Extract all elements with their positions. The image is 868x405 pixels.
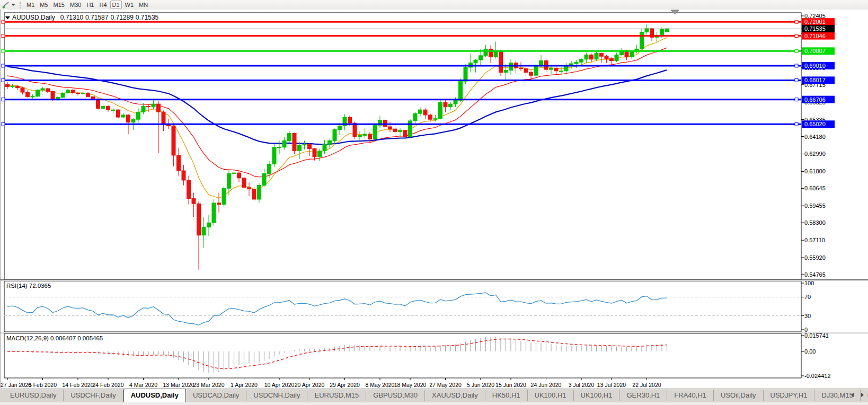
macd-tick-label: 0.015741 bbox=[804, 332, 829, 339]
price-badge-0.68017: 0.68017 bbox=[802, 76, 835, 84]
price-tick-label: 0.55920 bbox=[804, 254, 826, 261]
candle bbox=[499, 51, 503, 73]
timeframe-button-h1[interactable]: H1 bbox=[84, 1, 96, 9]
chevron-down-icon[interactable] bbox=[11, 4, 15, 6]
hline-right-handle[interactable] bbox=[795, 78, 798, 82]
chart-tab-uk100-h1[interactable]: UK100,H1 bbox=[574, 390, 620, 401]
chart-tab-usdcad-daily[interactable]: USDCAD,Daily bbox=[186, 390, 246, 401]
rsi-tick-label: 100 bbox=[804, 280, 814, 286]
chart-menu-arrow-icon[interactable] bbox=[5, 16, 10, 20]
candle bbox=[338, 126, 342, 130]
chart-tab-hk50-h1[interactable]: HK50,H1 bbox=[485, 390, 528, 401]
chart-tab-eurusd-daily[interactable]: EURUSD,Daily bbox=[3, 390, 64, 401]
timeframe-button-h4[interactable]: H4 bbox=[97, 1, 109, 9]
candle bbox=[66, 90, 70, 93]
candle bbox=[519, 68, 523, 68]
hline-left-handle[interactable] bbox=[2, 64, 5, 67]
time-tick-label: 8 May 2020 bbox=[366, 382, 395, 388]
hline-left-handle[interactable] bbox=[2, 78, 5, 82]
timeframe-button-m1[interactable]: M1 bbox=[24, 1, 37, 9]
candle bbox=[570, 64, 573, 65]
candle bbox=[504, 70, 508, 72]
toolbar-grip[interactable] bbox=[20, 2, 21, 8]
chart-tab-uk100-h1[interactable]: UK100,H1 bbox=[528, 390, 574, 401]
candle bbox=[147, 106, 150, 107]
hline-right-handle[interactable] bbox=[795, 20, 798, 23]
time-tick-label: 24 Jun 2020 bbox=[531, 382, 562, 388]
candle bbox=[464, 67, 467, 81]
chart-tab-eurusd-m15[interactable]: EURUSD,M15 bbox=[307, 390, 366, 401]
time-tick-label: 18 May 2020 bbox=[394, 382, 427, 388]
time-tick-label: 20 Apr 2020 bbox=[295, 382, 325, 388]
candle bbox=[398, 130, 402, 132]
candle bbox=[409, 121, 412, 137]
timeframe-button-m15[interactable]: M15 bbox=[51, 1, 67, 9]
timeframe-button-mn[interactable]: MN bbox=[137, 1, 150, 9]
time-tick-label: 14 Feb 2020 bbox=[63, 382, 94, 388]
hline-right-handle[interactable] bbox=[795, 98, 798, 101]
hline-right-handle[interactable] bbox=[795, 122, 798, 126]
price-badge-text: 0.65020 bbox=[804, 121, 826, 127]
candle bbox=[600, 54, 604, 57]
candle bbox=[373, 125, 377, 139]
time-tick-label: 5 Feb 2020 bbox=[29, 382, 57, 388]
candle bbox=[303, 144, 306, 145]
time-tick-label: 27 May 2020 bbox=[429, 382, 462, 388]
candle bbox=[610, 58, 614, 60]
main-pane bbox=[4, 13, 801, 279]
hline-right-handle[interactable] bbox=[795, 49, 798, 52]
chart-tab-xauusd-daily[interactable]: XAUUSD,Daily bbox=[425, 390, 485, 401]
chart-tab-audusd-daily[interactable]: AUDUSD,Daily bbox=[123, 389, 186, 402]
candle bbox=[46, 89, 50, 92]
chart-tab-usdjpy-h1[interactable]: USDJPY,H1 bbox=[764, 390, 815, 401]
candle bbox=[328, 140, 332, 144]
hline-left-handle[interactable] bbox=[2, 49, 5, 52]
hline-left-handle[interactable] bbox=[2, 20, 5, 23]
price-tick-label: 0.61800 bbox=[804, 168, 826, 174]
candle bbox=[227, 174, 231, 189]
candle bbox=[237, 173, 241, 178]
candle bbox=[6, 84, 10, 87]
candle bbox=[212, 203, 216, 223]
chart-tab-usdchf-daily[interactable]: USDCHF,Daily bbox=[64, 390, 123, 401]
tab-scroll-left-icon[interactable] bbox=[851, 393, 854, 397]
tab-scroll-right-icon[interactable] bbox=[861, 393, 864, 397]
candle bbox=[550, 68, 553, 69]
chart-tab-fra40-h1[interactable]: FRA40,H1 bbox=[667, 390, 714, 401]
timeframe-button-w1[interactable]: W1 bbox=[123, 1, 136, 9]
ohlc-open: 0.71310 bbox=[60, 14, 83, 21]
time-tick-label: 3 Jul 2020 bbox=[569, 382, 595, 388]
hline-right-handle[interactable] bbox=[795, 64, 798, 67]
candle bbox=[574, 62, 578, 64]
chart-tab-usdcnh-daily[interactable]: USDCNH,Daily bbox=[246, 390, 307, 401]
candle bbox=[529, 73, 533, 76]
candle bbox=[449, 104, 453, 107]
candle bbox=[554, 68, 558, 71]
timeframe-button-m5[interactable]: M5 bbox=[38, 1, 50, 9]
candle bbox=[368, 134, 372, 139]
time-tick-label: 10 Apr 2020 bbox=[264, 382, 295, 388]
candle bbox=[262, 174, 266, 186]
chart-tab-bar: EURUSD,DailyUSDCHF,DailyAUDUSD,DailyUSDC… bbox=[0, 389, 868, 405]
time-tick-label: 1 Apr 2020 bbox=[231, 382, 258, 388]
chart-window: 0.724050.712150.700250.688700.677150.665… bbox=[0, 10, 868, 389]
candle bbox=[21, 88, 24, 92]
candle bbox=[282, 140, 286, 147]
chart-tab-gbpusd-m30[interactable]: GBPUSD,M30 bbox=[366, 390, 425, 401]
trendline-draw-icon[interactable] bbox=[2, 1, 10, 8]
macd-tick-label: -0.024412 bbox=[804, 373, 831, 379]
candle bbox=[308, 144, 312, 148]
timeframe-button-m30[interactable]: M30 bbox=[68, 1, 83, 9]
candle bbox=[182, 171, 185, 180]
top-toolbar: M1M5M15M30H1H4D1W1MN bbox=[0, 0, 868, 10]
chart-tab-usoil-daily[interactable]: USOil,Daily bbox=[714, 390, 763, 401]
hline-left-handle[interactable] bbox=[2, 98, 5, 101]
hline-left-handle[interactable] bbox=[2, 34, 5, 38]
time-tick-label: 24 Feb 2020 bbox=[93, 382, 124, 388]
chart-tab-ger30-h1[interactable]: GER30,H1 bbox=[619, 390, 667, 401]
hline-left-handle[interactable] bbox=[2, 122, 5, 126]
candle bbox=[131, 119, 135, 122]
timeframe-button-d1[interactable]: D1 bbox=[110, 1, 122, 9]
time-axis: 27 Jan 20205 Feb 202014 Feb 202024 Feb 2… bbox=[1, 378, 661, 388]
hline-right-handle[interactable] bbox=[795, 34, 798, 38]
